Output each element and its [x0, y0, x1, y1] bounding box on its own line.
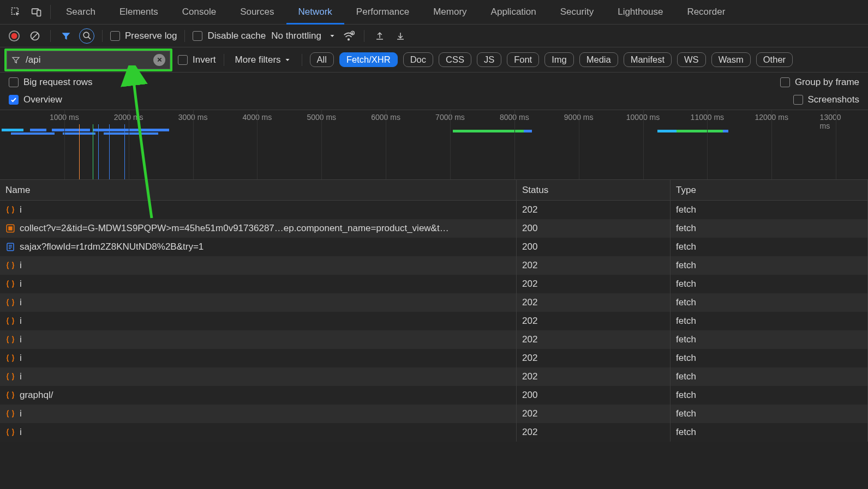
cell-type: fetch	[671, 219, 868, 238]
cell-status: 202	[517, 312, 671, 330]
divider	[224, 54, 224, 66]
column-header-status[interactable]: Status	[517, 180, 671, 200]
filter-type-wasm[interactable]: Wasm	[711, 52, 751, 67]
cell-name: i	[0, 349, 517, 367]
table-row[interactable]: i202fetch	[0, 349, 868, 367]
braces-icon	[5, 427, 15, 437]
tab-console[interactable]: Console	[170, 0, 228, 25]
group-by-frame-label: Group by frame	[795, 77, 859, 88]
cell-type: fetch	[671, 312, 868, 330]
table-row[interactable]: i202fetch	[0, 293, 868, 312]
table-row[interactable]: sajax?flowId=r1rdm2Z8KNUtND8%2B&try=1200…	[0, 238, 868, 256]
request-name: i	[20, 279, 22, 289]
filter-type-manifest[interactable]: Manifest	[624, 52, 672, 67]
svg-point-4	[11, 33, 17, 39]
filter-type-img[interactable]: Img	[544, 52, 574, 67]
tab-recorder[interactable]: Recorder	[675, 0, 737, 25]
cell-type: fetch	[671, 405, 868, 423]
table-row[interactable]: graphql/200fetch	[0, 386, 868, 405]
network-conditions-icon[interactable]	[341, 28, 356, 44]
filter-type-ws[interactable]: WS	[677, 52, 706, 67]
filter-type-css[interactable]: CSS	[439, 52, 471, 67]
cell-name: i	[0, 330, 517, 349]
inspect-element-icon[interactable]	[5, 0, 26, 24]
clear-filter-button[interactable]	[153, 54, 165, 66]
tab-performance[interactable]: Performance	[344, 0, 421, 25]
throttling-select[interactable]: No throttling	[271, 31, 336, 41]
filter-type-fetchxhr[interactable]: Fetch/XHR	[339, 52, 398, 67]
import-har-icon[interactable]	[372, 28, 387, 44]
close-icon	[157, 57, 163, 63]
column-header-name[interactable]: Name	[0, 180, 517, 200]
tab-search[interactable]: Search	[54, 0, 107, 25]
export-har-icon[interactable]	[393, 28, 408, 44]
cell-type: fetch	[671, 201, 868, 219]
divider	[302, 54, 302, 66]
table-row[interactable]: i202fetch	[0, 275, 868, 293]
big-request-rows-checkbox[interactable]: Big request rows	[9, 77, 93, 88]
cell-type: fetch	[671, 293, 868, 312]
tab-application[interactable]: Application	[479, 0, 548, 25]
table-row[interactable]: i202fetch	[0, 423, 868, 442]
table-row[interactable]: i202fetch	[0, 201, 868, 219]
braces-icon	[5, 353, 15, 363]
request-name: i	[20, 408, 22, 419]
table-row[interactable]: i202fetch	[0, 330, 868, 349]
network-overview-timeline[interactable]: 1000 ms2000 ms3000 ms4000 ms5000 ms6000 …	[0, 110, 868, 180]
cell-name: graphql/	[0, 386, 517, 405]
cell-name: i	[0, 293, 517, 312]
tab-lighthouse[interactable]: Lighthouse	[606, 0, 675, 25]
filter-type-doc[interactable]: Doc	[403, 52, 433, 67]
overview-checkbox[interactable]: Overview	[9, 94, 62, 105]
filter-type-font[interactable]: Font	[507, 52, 539, 67]
filter-type-all[interactable]: All	[310, 52, 334, 67]
chevron-down-icon	[284, 57, 291, 63]
cell-status: 200	[517, 238, 671, 256]
search-toggle-icon[interactable]	[79, 28, 94, 44]
table-row[interactable]: i202fetch	[0, 367, 868, 386]
tab-elements[interactable]: Elements	[107, 0, 170, 25]
timeline-waterfall	[0, 126, 868, 138]
screenshots-checkbox[interactable]: Screenshots	[793, 94, 860, 105]
table-row[interactable]: i202fetch	[0, 405, 868, 423]
cell-name: i	[0, 275, 517, 293]
tab-memory[interactable]: Memory	[421, 0, 478, 25]
table-row[interactable]: i202fetch	[0, 312, 868, 330]
divider	[364, 30, 364, 42]
table-row[interactable]: i202fetch	[0, 256, 868, 275]
request-name: i	[20, 204, 22, 215]
clear-button[interactable]	[27, 28, 43, 44]
tab-sources[interactable]: Sources	[228, 0, 286, 25]
cell-type: fetch	[671, 349, 868, 367]
tab-security[interactable]: Security	[548, 0, 606, 25]
filter-type-other[interactable]: Other	[756, 52, 793, 67]
filter-input[interactable]	[25, 54, 149, 66]
checkbox-icon	[110, 31, 120, 41]
column-header-type[interactable]: Type	[671, 180, 868, 200]
disable-cache-checkbox[interactable]: Disable cache	[193, 31, 266, 41]
filter-toggle-icon[interactable]	[58, 28, 74, 44]
divider	[184, 30, 185, 42]
more-filters-label: More filters	[235, 55, 281, 65]
invert-checkbox[interactable]: Invert	[178, 55, 216, 65]
cell-name: i	[0, 405, 517, 423]
preserve-log-checkbox[interactable]: Preserve log	[110, 31, 177, 41]
cell-name: collect?v=2&tid=G-MDW1S9PQPW>m=45he51m0v…	[0, 219, 517, 238]
filter-textbox[interactable]	[7, 51, 170, 69]
filter-type-js[interactable]: JS	[477, 52, 501, 67]
cell-name: i	[0, 423, 517, 442]
more-filters-dropdown[interactable]: More filters	[232, 55, 294, 65]
request-name: i	[20, 297, 22, 308]
filter-type-media[interactable]: Media	[579, 52, 618, 67]
group-by-frame-checkbox[interactable]: Group by frame	[780, 77, 859, 88]
device-toolbar-icon[interactable]	[26, 0, 47, 24]
cell-type: fetch	[671, 238, 868, 256]
record-button[interactable]	[7, 28, 22, 44]
svg-rect-2	[37, 10, 41, 16]
filter-highlight-annotation	[4, 49, 172, 71]
tab-network[interactable]: Network	[286, 0, 344, 25]
network-view-options: Big request rows Group by frame Overview…	[0, 73, 868, 110]
preserve-log-label: Preserve log	[125, 31, 177, 41]
table-row[interactable]: collect?v=2&tid=G-MDW1S9PQPW>m=45he51m0v…	[0, 219, 868, 238]
request-name: graphql/	[20, 390, 53, 401]
